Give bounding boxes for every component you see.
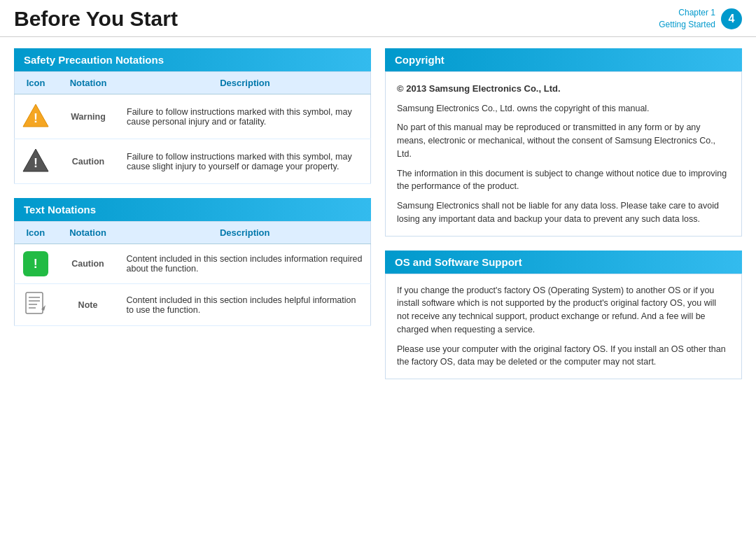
note-notation: Note	[57, 284, 120, 326]
svg-text:!: !	[34, 156, 38, 170]
safety-table-header-row: Icon Notation Description	[15, 72, 371, 94]
svg-rect-4	[26, 292, 43, 313]
warning-notation: Warning	[57, 94, 120, 139]
table-row: ! Caution Content included in this secti…	[15, 244, 371, 284]
note-description: Content included in this section include…	[120, 284, 371, 326]
caution-notation: Caution	[57, 139, 120, 184]
os-p1: If you change the product's factory OS (…	[397, 284, 730, 337]
caution-description: Failure to follow instructions marked wi…	[120, 139, 371, 184]
os-section-header: OS and Software Support	[385, 251, 742, 274]
chapter-line2: Getting Started	[659, 19, 715, 31]
green-caution-icon-cell: !	[15, 244, 57, 284]
table-row: ! Caution Failure to follow instructions…	[15, 139, 371, 184]
text-col-icon: Icon	[15, 222, 57, 244]
text-table: Icon Notation Description ! Caution Cont…	[14, 221, 371, 326]
text-table-header-row: Icon Notation Description	[15, 222, 371, 244]
warning-icon-cell: !	[15, 94, 57, 139]
green-caution-icon: !	[23, 251, 48, 276]
warning-description: Failure to follow instructions marked wi…	[120, 94, 371, 139]
main-content: Safety Precaution Notations Icon Notatio…	[0, 37, 756, 390]
caution-icon-cell: !	[15, 139, 57, 184]
copyright-bold: © 2013 Samsung Electronics Co., Ltd.	[397, 82, 730, 96]
text-col-description: Description	[120, 222, 371, 244]
right-column: Copyright © 2013 Samsung Electronics Co.…	[385, 48, 742, 379]
chapter-line1: Chapter 1	[659, 7, 715, 19]
chapter-info: Chapter 1 Getting Started 4	[659, 7, 742, 31]
note-icon-cell	[15, 284, 57, 326]
copyright-section-header: Copyright	[385, 48, 742, 71]
safety-col-icon: Icon	[15, 72, 57, 94]
copyright-p1: Samsung Electronics Co., Ltd. owns the c…	[397, 102, 730, 115]
green-caution-notation: Caution	[57, 244, 120, 284]
table-row: ! Warning Failure to follow instructions…	[15, 94, 371, 139]
safety-table: Icon Notation Description ! Warning Fail…	[14, 71, 371, 184]
safety-section-header: Safety Precaution Notations	[14, 48, 371, 71]
os-p2: Please use your computer with the origin…	[397, 343, 730, 369]
note-paper-icon	[23, 291, 48, 316]
safety-col-notation: Notation	[57, 72, 120, 94]
text-section-header: Text Notations	[14, 198, 371, 221]
os-block: If you change the product's factory OS (…	[385, 274, 742, 380]
chapter-text: Chapter 1 Getting Started	[659, 7, 715, 31]
page-number-badge: 4	[721, 8, 742, 29]
page-title: Before You Start	[14, 7, 178, 31]
text-col-notation: Notation	[57, 222, 120, 244]
green-caution-description: Content included in this section include…	[120, 244, 371, 284]
copyright-p4: Samsung Electronics shall not be liable …	[397, 199, 730, 226]
copyright-p2: No part of this manual may be reproduced…	[397, 121, 730, 160]
copyright-p3: The information in this document is subj…	[397, 167, 730, 194]
safety-col-description: Description	[120, 72, 371, 94]
left-column: Safety Precaution Notations Icon Notatio…	[14, 48, 371, 379]
copyright-block: © 2013 Samsung Electronics Co., Ltd. Sam…	[385, 71, 742, 237]
table-row: Note Content included in this section in…	[15, 284, 371, 326]
page-header: Before You Start Chapter 1 Getting Start…	[0, 0, 756, 37]
caution-triangle-icon: !	[22, 146, 50, 174]
svg-text:!: !	[34, 111, 38, 125]
warning-triangle-icon: !	[22, 101, 50, 129]
